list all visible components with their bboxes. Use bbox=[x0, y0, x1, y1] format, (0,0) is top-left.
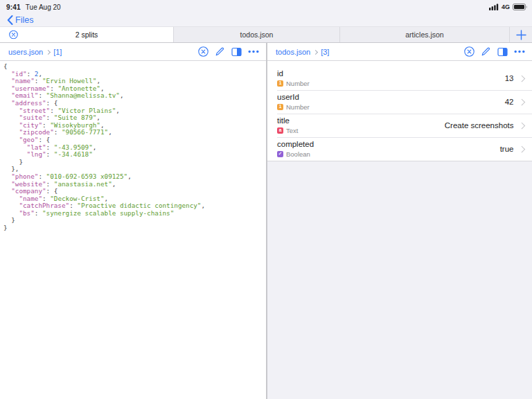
type-boolean-icon: ✓ bbox=[277, 151, 283, 157]
chevron-right-icon bbox=[46, 49, 51, 54]
screen: 9:41 Tue Aug 20 4G bbox=[0, 0, 532, 399]
field-rows: id1Number13userId1Number42titleaTextCrea… bbox=[267, 61, 532, 161]
left-pane-toolbar: users.json [1] bbox=[0, 43, 266, 61]
type-text-icon: a bbox=[277, 127, 283, 134]
network-type-label: 4G bbox=[502, 3, 510, 10]
field-row-id[interactable]: id1Number13 bbox=[267, 66, 532, 90]
field-type-label: Number bbox=[286, 103, 310, 111]
tab-2-splits[interactable]: 2 splits bbox=[0, 27, 173, 42]
split-view-icon[interactable] bbox=[231, 47, 242, 57]
tab-todos-json[interactable]: todos.json bbox=[173, 27, 339, 42]
field-key: title bbox=[277, 116, 298, 125]
breadcrumb-path[interactable]: [3] bbox=[321, 48, 329, 56]
split-view-icon[interactable] bbox=[497, 47, 508, 57]
add-tab-button[interactable] bbox=[509, 27, 532, 42]
code-line: { bbox=[3, 63, 266, 71]
tab-close-icon[interactable] bbox=[9, 30, 18, 39]
breadcrumb-file[interactable]: todos.json bbox=[276, 48, 310, 56]
more-ellipsis-icon[interactable] bbox=[248, 50, 259, 53]
field-value: 13 bbox=[505, 74, 514, 82]
code-line: "lng": "-34.4618" bbox=[3, 151, 266, 159]
tab-articles-json[interactable]: articles.json bbox=[339, 27, 509, 42]
back-chevron-icon bbox=[7, 15, 13, 25]
breadcrumb-path[interactable]: [1] bbox=[53, 48, 62, 56]
close-document-icon[interactable] bbox=[464, 46, 475, 57]
breadcrumb-file[interactable]: users.json bbox=[8, 48, 43, 56]
field-row-completed[interactable]: completed✓Booleantrue bbox=[267, 137, 532, 161]
tab-label: 2 splits bbox=[76, 30, 98, 39]
status-date: Tue Aug 20 bbox=[26, 3, 61, 11]
split-panes: users.json [1] bbox=[0, 43, 532, 399]
field-type-label: Text bbox=[286, 127, 298, 134]
back-label: Files bbox=[15, 15, 33, 25]
left-pane: users.json [1] bbox=[0, 43, 266, 399]
code-line: "bs": "synergize scalable supply-chains" bbox=[3, 210, 266, 218]
right-pane-toolbar: todos.json [3] bbox=[267, 43, 532, 61]
field-key: id bbox=[277, 69, 310, 78]
field-row-userId[interactable]: userId1Number42 bbox=[267, 90, 532, 114]
field-value: Create screenshots bbox=[445, 121, 514, 130]
chevron-right-icon bbox=[313, 49, 318, 54]
field-type-label: Number bbox=[286, 80, 310, 87]
cellular-signal-icon bbox=[489, 3, 499, 10]
code-line: } bbox=[3, 224, 266, 232]
code-line: } bbox=[3, 217, 266, 224]
code-line: } bbox=[3, 159, 266, 166]
type-number-icon: 1 bbox=[277, 104, 283, 110]
tab-bar: 2 splits todos.json articles.json bbox=[0, 26, 532, 43]
type-number-icon: 1 bbox=[277, 80, 283, 87]
tab-label: todos.json bbox=[240, 30, 274, 39]
field-row-title[interactable]: titleaTextCreate screenshots bbox=[267, 114, 532, 137]
field-value: true bbox=[500, 145, 514, 153]
edit-pencil-icon[interactable] bbox=[481, 46, 491, 57]
tab-label: articles.json bbox=[405, 30, 443, 39]
more-ellipsis-icon[interactable] bbox=[514, 50, 525, 53]
close-document-icon[interactable] bbox=[198, 46, 209, 57]
chevron-right-icon bbox=[518, 122, 524, 128]
json-source-view[interactable]: { "id": 2, "name": "Ervin Howell", "user… bbox=[0, 61, 266, 399]
status-bar: 9:41 Tue Aug 20 4G bbox=[0, 0, 532, 14]
plus-icon bbox=[516, 30, 526, 40]
status-time: 9:41 bbox=[6, 3, 21, 11]
edit-pencil-icon[interactable] bbox=[215, 46, 225, 57]
chevron-right-icon bbox=[518, 98, 524, 105]
nav-bar: Files bbox=[0, 14, 532, 26]
breadcrumb: todos.json [3] bbox=[276, 48, 329, 56]
empty-area bbox=[267, 161, 532, 399]
back-button[interactable]: Files bbox=[7, 15, 33, 25]
breadcrumb: users.json [1] bbox=[8, 48, 62, 56]
chevron-right-icon bbox=[518, 75, 524, 81]
field-key: completed bbox=[277, 140, 314, 148]
field-type-label: Boolean bbox=[286, 150, 310, 158]
field-value: 42 bbox=[505, 98, 514, 106]
chevron-right-icon bbox=[518, 145, 524, 152]
right-pane: todos.json [3] bbox=[266, 43, 532, 399]
field-key: userId bbox=[277, 93, 310, 101]
battery-icon bbox=[513, 3, 528, 10]
